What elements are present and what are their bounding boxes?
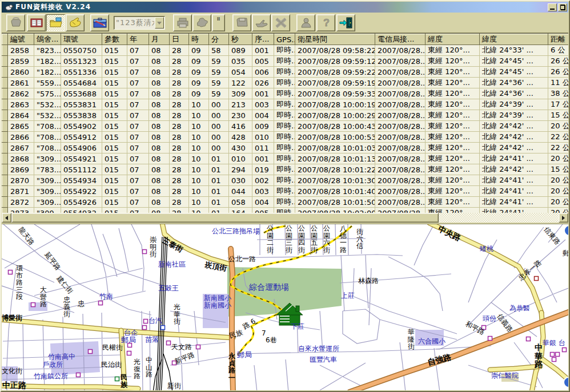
table-cell[interactable]: 10 [189, 197, 209, 208]
table-cell[interactable]: 2007/08/28... [375, 175, 426, 186]
table-cell[interactable]: 428 [229, 132, 252, 143]
table-cell[interactable]: 0554922 [61, 186, 102, 197]
table-cell[interactable]: 003 [252, 99, 274, 110]
table-cell[interactable]: 015 [102, 99, 127, 110]
table-cell[interactable]: 2860 [8, 67, 34, 78]
table-cell[interactable]: 即時... [274, 45, 295, 56]
table-cell[interactable]: 26 公 [548, 67, 569, 78]
table-cell[interactable]: 東經 120°... [426, 121, 480, 132]
table-cell[interactable]: 11 公 [548, 78, 569, 88]
table-cell[interactable]: 東經 120°... [426, 78, 480, 88]
table-cell[interactable]: 28 [170, 99, 189, 110]
table-cell[interactable]: 309 [229, 88, 252, 99]
table-cell[interactable]: 0554902 [61, 121, 102, 132]
table-cell[interactable]: 010 [252, 132, 274, 143]
table-cell[interactable]: 2007/08/28 10:01:22 [295, 164, 375, 175]
print-button[interactable] [173, 14, 192, 31]
table-cell[interactable]: 09 [189, 45, 209, 56]
table-cell[interactable]: 0553838 [61, 110, 102, 121]
table-cell[interactable]: 26 公 [548, 56, 569, 67]
table-cell[interactable]: 即時... [274, 110, 295, 121]
table-cell[interactable]: 10 [189, 99, 209, 110]
table-cell[interactable]: "309... [34, 153, 61, 164]
restore-button[interactable] [558, 3, 567, 11]
table-cell[interactable]: 即時... [274, 175, 295, 186]
table-cell[interactable]: 0554906 [61, 143, 102, 153]
table-row[interactable]: 2872"309...05549260150708281001058004即時.… [2, 197, 569, 208]
column-header[interactable]: 序... [252, 34, 274, 45]
table-cell[interactable]: 08 [149, 99, 170, 110]
table-cell[interactable]: 東經 120°... [426, 56, 480, 67]
table-cell[interactable]: 01 [209, 164, 229, 175]
table-row[interactable]: 2871"309...05549220150708281001044003即時.… [2, 186, 569, 197]
table-cell[interactable]: 6 公 [548, 45, 569, 56]
table-cell[interactable]: 07 [127, 164, 149, 175]
table-cell[interactable]: 28 [170, 164, 189, 175]
table-cell[interactable]: 即時... [274, 67, 295, 78]
table-cell[interactable]: 006 [252, 67, 274, 78]
table-cell[interactable]: 2863 [8, 99, 34, 110]
table-cell[interactable]: 0550750 [61, 45, 102, 56]
table-cell[interactable]: 00 [209, 121, 229, 132]
table-cell[interactable]: 28 [170, 110, 189, 121]
table-cell[interactable]: 28 [170, 143, 189, 153]
table-cell[interactable]: 20 公 [548, 121, 569, 132]
table-cell[interactable]: 22 公 [548, 143, 569, 153]
table-cell[interactable]: 北緯 24°42' ... [480, 164, 548, 175]
table-cell[interactable]: 20 公 [548, 208, 569, 213]
table-cell[interactable]: 10 [189, 208, 209, 213]
table-cell[interactable]: 即時... [274, 121, 295, 132]
table-cell[interactable]: 015 [102, 164, 127, 175]
column-header[interactable]: 參數 [102, 34, 127, 45]
table-cell[interactable]: 10 [189, 175, 209, 186]
table-cell[interactable]: 294 [229, 164, 252, 175]
table-cell[interactable]: 0554921 [61, 153, 102, 164]
table-cell[interactable]: 2007/08/28 10:01:30 [295, 175, 375, 186]
table-cell[interactable]: 東經 120°... [426, 175, 480, 186]
table-row[interactable]: 2858"823...05507500150708280958089001即時.… [2, 45, 569, 56]
table-cell[interactable]: 28 [170, 121, 189, 132]
table-cell[interactable]: 015 [102, 143, 127, 153]
column-header[interactable]: 衛星時間 [295, 34, 375, 45]
table-cell[interactable]: 015 [102, 197, 127, 208]
table-cell[interactable]: 2007/08/28... [375, 88, 426, 99]
table-cell[interactable]: 00 [209, 143, 229, 153]
table-cell[interactable]: 08 [149, 88, 170, 99]
column-header[interactable]: 環號 [61, 34, 102, 45]
table-cell[interactable]: 即時... [274, 186, 295, 197]
table-row[interactable]: 2861"559...05546840150708280959122026即時.… [2, 78, 569, 88]
table-cell[interactable]: 2007/08/28 10:01:50 [295, 197, 375, 208]
table-cell[interactable]: "309... [34, 175, 61, 186]
table-cell[interactable]: 08 [149, 175, 170, 186]
table-cell[interactable]: 即時... [274, 143, 295, 153]
table-cell[interactable]: 北緯 24°41' ... [480, 153, 548, 164]
table-cell[interactable]: 2866 [8, 132, 34, 143]
table-cell[interactable]: 2862 [8, 88, 34, 99]
table-cell[interactable]: 10 [189, 186, 209, 197]
table-row[interactable]: 2866"708...05549120150708281000428010即時.… [2, 132, 569, 143]
table-cell[interactable]: 2007/08/28... [375, 56, 426, 67]
table-cell[interactable]: 0551323 [61, 56, 102, 67]
table-cell[interactable]: 009 [252, 121, 274, 132]
table-cell[interactable]: 即時... [274, 56, 295, 67]
table-cell[interactable]: 20 公 [548, 175, 569, 186]
table-cell[interactable]: 2007/08/28... [375, 164, 426, 175]
table-cell[interactable]: 015 [102, 153, 127, 164]
minimize-button[interactable] [548, 3, 557, 11]
table-cell[interactable]: 08 [149, 208, 170, 213]
table-cell[interactable]: 10 [189, 132, 209, 143]
table-cell[interactable]: 東經 120°... [426, 67, 480, 78]
table-cell[interactable]: 東經 120°... [426, 88, 480, 99]
table-cell[interactable]: 005 [252, 208, 274, 213]
verify-button[interactable] [252, 14, 271, 31]
table-cell[interactable]: 2867 [8, 143, 34, 153]
table-cell[interactable]: 07 [127, 175, 149, 186]
table-cell[interactable]: 28 [170, 197, 189, 208]
table-cell[interactable]: 07 [127, 56, 149, 67]
table-cell[interactable]: 054 [229, 67, 252, 78]
table-cell[interactable]: 2007/08/28 09:59:19 [295, 78, 375, 88]
table-cell[interactable]: 28 [170, 208, 189, 213]
table-cell[interactable]: 015 [102, 132, 127, 143]
table-cell[interactable]: 59 [209, 78, 229, 88]
table-cell[interactable]: 東經 120°... [426, 197, 480, 208]
